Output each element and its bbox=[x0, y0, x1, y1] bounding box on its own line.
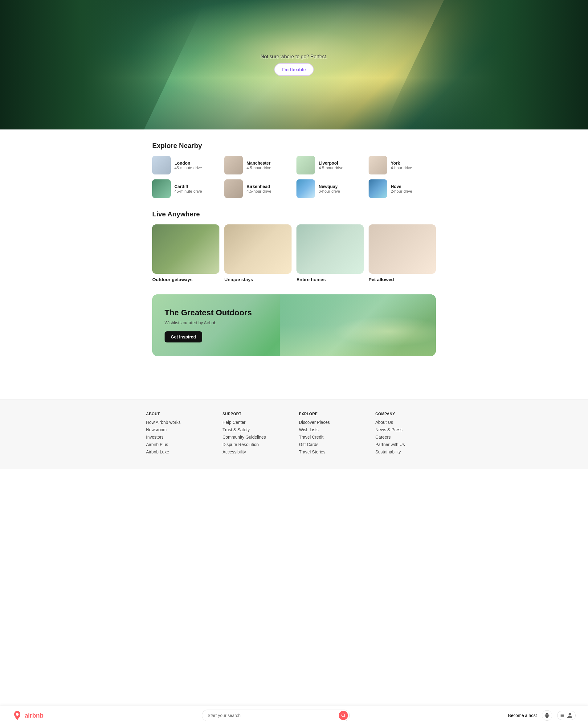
nearby-city-manchester: Manchester bbox=[247, 161, 271, 166]
hero-section: Not sure where to go? Perfect. I'm flexi… bbox=[0, 0, 588, 129]
promo-subtitle: Wishlists curated by Airbnb. bbox=[165, 320, 268, 325]
nearby-grid: London 45-minute drive Manchester 4.5-ho… bbox=[152, 156, 436, 198]
promo-banner: The Greatest Outdoors Wishlists curated … bbox=[152, 294, 436, 356]
footer-link-investors[interactable]: Investors bbox=[146, 435, 213, 439]
footer-link-how-airbnb-works[interactable]: How Airbnb works bbox=[146, 420, 213, 425]
footer-col-support: SUPPORT Help Center Trust & Safety Commu… bbox=[223, 412, 289, 457]
explore-nearby-title: Explore Nearby bbox=[152, 142, 436, 150]
nearby-city-london: London bbox=[174, 161, 202, 166]
nearby-item-london[interactable]: London 45-minute drive bbox=[152, 156, 219, 174]
nearby-thumb-liverpool bbox=[296, 156, 315, 174]
footer-link-partner-with-us[interactable]: Partner with Us bbox=[375, 442, 442, 447]
nearby-thumb-hove bbox=[369, 180, 387, 198]
footer-link-gift-cards[interactable]: Gift Cards bbox=[299, 442, 365, 447]
nearby-item-manchester[interactable]: Manchester 4.5-hour drive bbox=[224, 156, 292, 174]
live-card-outdoor[interactable]: Outdoor getaways bbox=[152, 224, 219, 282]
live-card-img-entire bbox=[296, 224, 364, 274]
promo-title: The Greatest Outdoors bbox=[165, 308, 268, 317]
live-card-label-outdoor: Outdoor getaways bbox=[152, 277, 219, 282]
footer-support-title: SUPPORT bbox=[223, 412, 289, 416]
nearby-city-york: York bbox=[391, 161, 412, 166]
nearby-time-hove: 2-hour drive bbox=[391, 189, 412, 193]
footer-link-community-guidelines[interactable]: Community Guidelines bbox=[223, 435, 289, 439]
nearby-item-cardiff[interactable]: Cardiff 45-minute drive bbox=[152, 180, 219, 198]
nearby-city-hove: Hove bbox=[391, 184, 412, 189]
nearby-item-liverpool[interactable]: Liverpool 4.5-hour drive bbox=[296, 156, 364, 174]
nearby-city-cardiff: Cardiff bbox=[174, 184, 202, 189]
footer-about-title: ABOUT bbox=[146, 412, 213, 416]
nearby-item-newquay[interactable]: Newquay 6-hour drive bbox=[296, 180, 364, 198]
footer-link-news-press[interactable]: News & Press bbox=[375, 427, 442, 432]
hero-tagline: Not sure where to go? Perfect. bbox=[261, 54, 328, 60]
promo-text: The Greatest Outdoors Wishlists curated … bbox=[152, 294, 280, 356]
promo-scene bbox=[280, 294, 436, 356]
live-card-label-unique: Unique stays bbox=[224, 277, 292, 282]
footer-link-careers[interactable]: Careers bbox=[375, 435, 442, 439]
live-card-entire[interactable]: Entire homes bbox=[296, 224, 364, 282]
nearby-thumb-manchester bbox=[224, 156, 243, 174]
nearby-city-newquay: Newquay bbox=[319, 184, 340, 189]
footer-link-trust-safety[interactable]: Trust & Safety bbox=[223, 427, 289, 432]
nearby-thumb-london bbox=[152, 156, 171, 174]
footer-col-company: COMPANY About Us News & Press Careers Pa… bbox=[375, 412, 442, 457]
footer-company-title: COMPANY bbox=[375, 412, 442, 416]
main-content: Explore Nearby London 45-minute drive Ma… bbox=[146, 129, 442, 399]
nearby-item-hove[interactable]: Hove 2-hour drive bbox=[369, 180, 436, 198]
live-anywhere-grid: Outdoor getaways Unique stays Entire hom… bbox=[152, 224, 436, 282]
live-card-label-entire: Entire homes bbox=[296, 277, 364, 282]
live-anywhere-title: Live Anywhere bbox=[152, 210, 436, 218]
live-card-img-pet bbox=[369, 224, 436, 274]
footer-explore-title: EXPLORE bbox=[299, 412, 365, 416]
live-card-pet[interactable]: Pet allowed bbox=[369, 224, 436, 282]
footer-link-airbnb-luxe[interactable]: Airbnb Luxe bbox=[146, 450, 213, 454]
flexible-button[interactable]: I'm flexible bbox=[274, 63, 314, 76]
nearby-thumb-cardiff bbox=[152, 180, 171, 198]
nearby-time-york: 4-hour drive bbox=[391, 166, 412, 170]
nearby-item-birkenhead[interactable]: Birkenhead 4.5-hour drive bbox=[224, 180, 292, 198]
nearby-time-liverpool: 4.5-hour drive bbox=[319, 166, 343, 170]
footer-link-travel-stories[interactable]: Travel Stories bbox=[299, 450, 365, 454]
nearby-time-birkenhead: 4.5-hour drive bbox=[247, 189, 271, 193]
get-inspired-button[interactable]: Get Inspired bbox=[165, 331, 202, 343]
footer: ABOUT How Airbnb works Newsroom Investor… bbox=[0, 399, 588, 469]
footer-col-about: ABOUT How Airbnb works Newsroom Investor… bbox=[146, 412, 213, 457]
footer-link-wish-lists[interactable]: Wish Lists bbox=[299, 427, 365, 432]
footer-link-accessibility[interactable]: Accessibility bbox=[223, 450, 289, 454]
live-card-label-pet: Pet allowed bbox=[369, 277, 436, 282]
live-card-img-unique bbox=[224, 224, 292, 274]
nearby-time-cardiff: 45-minute drive bbox=[174, 189, 202, 193]
footer-inner: ABOUT How Airbnb works Newsroom Investor… bbox=[146, 412, 442, 457]
footer-link-dispute-resolution[interactable]: Dispute Resolution bbox=[223, 442, 289, 447]
nearby-city-liverpool: Liverpool bbox=[319, 161, 343, 166]
nearby-city-birkenhead: Birkenhead bbox=[247, 184, 271, 189]
footer-link-newsroom[interactable]: Newsroom bbox=[146, 427, 213, 432]
promo-illustration bbox=[280, 294, 436, 356]
footer-link-airbnb-plus[interactable]: Airbnb Plus bbox=[146, 442, 213, 447]
footer-link-help-center[interactable]: Help Center bbox=[223, 420, 289, 425]
footer-link-discover-places[interactable]: Discover Places bbox=[299, 420, 365, 425]
nearby-time-manchester: 4.5-hour drive bbox=[247, 166, 271, 170]
footer-link-about-us[interactable]: About Us bbox=[375, 420, 442, 425]
nearby-time-newquay: 6-hour drive bbox=[319, 189, 340, 193]
nearby-thumb-birkenhead bbox=[224, 180, 243, 198]
nearby-time-london: 45-minute drive bbox=[174, 166, 202, 170]
footer-link-travel-credit[interactable]: Travel Credit bbox=[299, 435, 365, 439]
footer-link-sustainability[interactable]: Sustainability bbox=[375, 450, 442, 454]
hero-content: Not sure where to go? Perfect. I'm flexi… bbox=[261, 54, 328, 76]
live-card-img-outdoor bbox=[152, 224, 219, 274]
nearby-item-york[interactable]: York 4-hour drive bbox=[369, 156, 436, 174]
nearby-thumb-york bbox=[369, 156, 387, 174]
nearby-thumb-newquay bbox=[296, 180, 315, 198]
footer-col-explore: EXPLORE Discover Places Wish Lists Trave… bbox=[299, 412, 365, 457]
live-card-unique[interactable]: Unique stays bbox=[224, 224, 292, 282]
